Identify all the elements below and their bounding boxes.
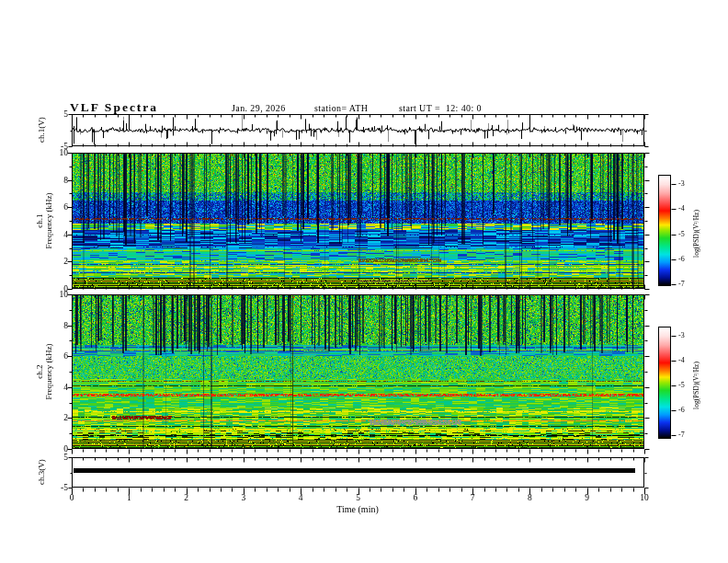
voltage-tick-label: -5 bbox=[39, 483, 68, 492]
start-ut-label: start UT = 12: 40: 0 bbox=[399, 103, 482, 113]
voltage-tick-label: 5 bbox=[39, 109, 68, 119]
colorbar-tick-label: -7 bbox=[678, 431, 685, 439]
time-tick-label: 3 bbox=[230, 493, 257, 502]
figure-date: Jan. 29, 2026 bbox=[232, 103, 286, 113]
frequency-tick-label: 8 bbox=[39, 176, 68, 185]
time-tick-label: 7 bbox=[459, 493, 486, 502]
frequency-tick-label: 2 bbox=[39, 257, 68, 266]
colorbar-ch2-label: log(PSD)(V²/Hz) bbox=[692, 362, 700, 409]
colorbar-ch1-label: log(PSD)(V²/Hz) bbox=[692, 210, 700, 258]
time-tick-label: 8 bbox=[516, 493, 543, 502]
frequency-tick-label: 4 bbox=[39, 230, 68, 239]
time-tick-label: 5 bbox=[345, 493, 372, 502]
colorbar-tick-label: -5 bbox=[678, 231, 685, 238]
ch1-frequency-axis-label: ch.1Frequency (kHz) bbox=[35, 192, 53, 248]
frequency-tick-label: 10 bbox=[39, 148, 68, 157]
colorbar-tick-label: -6 bbox=[678, 256, 685, 263]
time-tick-label: 2 bbox=[173, 493, 200, 502]
figure-title: VLF Spectra bbox=[70, 100, 158, 115]
station-label: station= ATH bbox=[314, 103, 369, 113]
axis-label-text: ch.3(V) bbox=[37, 459, 46, 485]
axis-label-text: Frequency (kHz) bbox=[44, 192, 53, 248]
ch3-waveform-plot bbox=[72, 457, 644, 488]
time-tick-label: 6 bbox=[402, 493, 429, 502]
frequency-tick-label: 6 bbox=[39, 351, 68, 361]
ch2-spectrogram bbox=[72, 294, 644, 449]
time-tick-label: 4 bbox=[287, 493, 314, 502]
ch1-voltage-axis-label: ch.1(V) bbox=[37, 117, 46, 143]
time-tick-label: 0 bbox=[58, 493, 85, 502]
colorbar-tick-label: -3 bbox=[678, 332, 685, 339]
ch3-voltage-axis-label: ch.3(V) bbox=[37, 459, 46, 485]
axis-label-channel: ch.1 bbox=[35, 213, 44, 227]
colorbar-tick-label: -3 bbox=[678, 180, 685, 188]
axis-label-channel: ch.2 bbox=[35, 364, 44, 378]
ch1-waveform-plot bbox=[72, 114, 644, 146]
frequency-tick-label: 4 bbox=[39, 383, 68, 392]
frequency-tick-label: 0 bbox=[39, 444, 68, 454]
colorbar-tick-label: -7 bbox=[678, 281, 685, 288]
time-tick-label: 10 bbox=[631, 493, 658, 502]
frequency-tick-label: 6 bbox=[39, 202, 68, 212]
colorbar-tick-label: -4 bbox=[678, 357, 685, 364]
frequency-tick-label: 2 bbox=[39, 413, 68, 422]
vlf-spectra-figure: VLF Spectra Jan. 29, 2026 station= ATH s… bbox=[0, 0, 728, 563]
ch1-spectrogram bbox=[72, 153, 644, 289]
colorbar-ch2 bbox=[658, 327, 671, 439]
time-tick-label: 9 bbox=[574, 493, 601, 502]
frequency-tick-label: 10 bbox=[39, 290, 68, 299]
axis-label-text: ch.1(V) bbox=[37, 117, 46, 143]
colorbar-tick-label: -6 bbox=[678, 407, 685, 414]
colorbar-tick-label: -5 bbox=[678, 382, 685, 389]
voltage-tick-label: 5 bbox=[39, 453, 68, 462]
time-axis-label: Time (min) bbox=[336, 504, 378, 514]
frequency-tick-label: 8 bbox=[39, 321, 68, 330]
time-tick-label: 1 bbox=[115, 493, 142, 502]
colorbar-tick-label: -4 bbox=[678, 205, 685, 213]
colorbar-ch1 bbox=[658, 175, 671, 286]
